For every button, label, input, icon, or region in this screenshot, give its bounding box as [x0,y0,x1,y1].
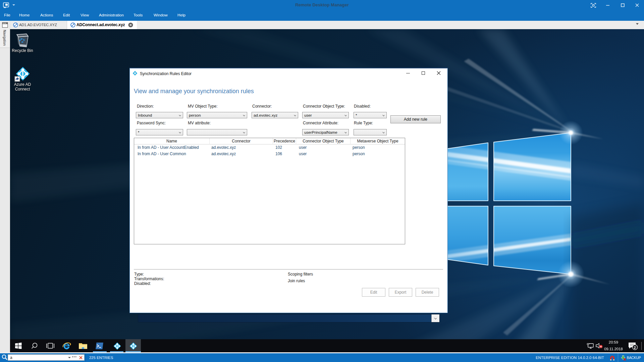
svg-text:2: 2 [634,346,636,350]
